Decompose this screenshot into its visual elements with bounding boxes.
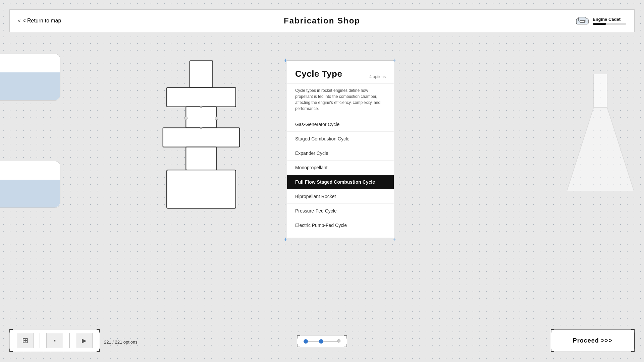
user-info-section: Engine Cadet xyxy=(576,16,626,25)
cycle-panel: + + + + Cycle Type 4 options Cycle types… xyxy=(287,60,394,238)
progress-slider[interactable] xyxy=(297,335,347,347)
toolbar-grid-button[interactable]: ⊞ xyxy=(17,333,34,348)
list-icon: ▪ xyxy=(54,337,56,344)
left-decorative-panel xyxy=(0,54,64,208)
toolbar-divider-1 xyxy=(40,333,40,348)
cycle-description: Cycle types in rocket engines define how… xyxy=(287,83,394,117)
cycle-item-monopropellant[interactable]: Monopropellant xyxy=(287,161,394,175)
left-card-top xyxy=(0,54,60,101)
page-title: Fabrication Shop xyxy=(284,16,360,25)
proceed-label: Proceed >>> xyxy=(573,337,613,344)
svg-rect-8 xyxy=(167,170,236,208)
back-chevron-icon: < xyxy=(18,18,20,23)
cycle-item-gas-generator[interactable]: Gas-Generator Cycle xyxy=(287,117,394,132)
xp-bar-fill xyxy=(593,23,606,25)
svg-rect-6 xyxy=(163,128,240,147)
cycle-panel-header: Cycle Type 4 options xyxy=(287,69,394,83)
toolbar-divider-2 xyxy=(69,333,70,348)
slider-dot-left xyxy=(304,339,308,344)
left-card-top-blue xyxy=(0,72,60,100)
proceed-corner-tl xyxy=(551,329,554,333)
right-decorative-nozzle xyxy=(567,74,634,191)
proceed-button[interactable]: Proceed >>> xyxy=(551,329,635,352)
user-info: Engine Cadet xyxy=(593,17,626,25)
cycle-item-electric-pump[interactable]: Electric Pump-Fed Cycle xyxy=(287,218,394,232)
toolbar-list-button[interactable]: ▪ xyxy=(46,333,63,348)
svg-marker-14 xyxy=(567,107,634,191)
slider-corner-tr xyxy=(344,335,347,339)
left-card-bottom xyxy=(0,161,60,208)
bottom-toolbar: ⊞ ▪ ▶ xyxy=(9,329,100,352)
slider-corner-tl xyxy=(297,335,300,339)
svg-rect-3 xyxy=(190,61,213,87)
cycle-item-staged-combustion[interactable]: Staged Combustion Cycle xyxy=(287,132,394,146)
svg-rect-7 xyxy=(186,147,216,170)
proceed-corner-tr xyxy=(631,329,635,333)
proceed-corner-br xyxy=(631,349,635,352)
cycle-item-bipropellant[interactable]: Bipropellant Rocket xyxy=(287,189,394,204)
corner-br-plus: + xyxy=(392,236,397,241)
cycle-item-pressure-fed[interactable]: Pressure-Fed Cycle xyxy=(287,204,394,218)
options-count: 221 / 221 options xyxy=(104,340,138,345)
slider-corner-bl xyxy=(297,344,300,347)
toolbar-video-button[interactable]: ▶ xyxy=(76,333,93,348)
svg-rect-5 xyxy=(186,107,216,128)
cycle-item-expander[interactable]: Expander Cycle xyxy=(287,146,394,161)
svg-rect-13 xyxy=(594,74,607,107)
back-button[interactable]: < < Return to map xyxy=(18,18,61,24)
toolbar-corner-tl xyxy=(9,329,13,333)
cycle-list: Gas-Generator Cycle Staged Combustion Cy… xyxy=(287,117,394,232)
user-name: Engine Cadet xyxy=(593,17,621,22)
slider-dot-right xyxy=(337,339,340,343)
cycle-panel-title: Cycle Type xyxy=(295,69,342,79)
toolbar-corner-tr xyxy=(97,329,100,333)
proceed-corner-bl xyxy=(551,349,554,352)
cycle-options-count: 4 options xyxy=(369,74,386,79)
header: < < Return to map Fabrication Shop Engin… xyxy=(9,9,635,32)
svg-point-12 xyxy=(215,117,218,120)
svg-rect-2 xyxy=(580,20,585,22)
svg-rect-4 xyxy=(167,87,236,107)
corner-bl-plus: + xyxy=(284,236,288,241)
toolbar-corner-br xyxy=(97,349,100,352)
helmet-icon xyxy=(576,16,589,25)
svg-point-9 xyxy=(200,106,203,108)
toolbar-corner-bl xyxy=(9,349,13,352)
corner-tl-plus: + xyxy=(284,57,288,62)
slider-track[interactable] xyxy=(304,341,340,342)
svg-point-10 xyxy=(200,127,203,129)
cycle-item-full-flow[interactable]: Full Flow Staged Combustion Cycle xyxy=(287,175,394,189)
xp-bar-container xyxy=(593,23,626,25)
video-icon: ▶ xyxy=(82,337,87,344)
slider-corner-br xyxy=(344,344,347,347)
grid-icon: ⊞ xyxy=(22,336,28,345)
left-card-bottom-blue xyxy=(0,180,60,207)
svg-point-11 xyxy=(184,117,187,120)
back-label[interactable]: < Return to map xyxy=(22,18,61,24)
engine-diagram xyxy=(117,57,285,218)
corner-tr-plus: + xyxy=(392,57,397,62)
slider-dot-mid xyxy=(319,339,323,344)
